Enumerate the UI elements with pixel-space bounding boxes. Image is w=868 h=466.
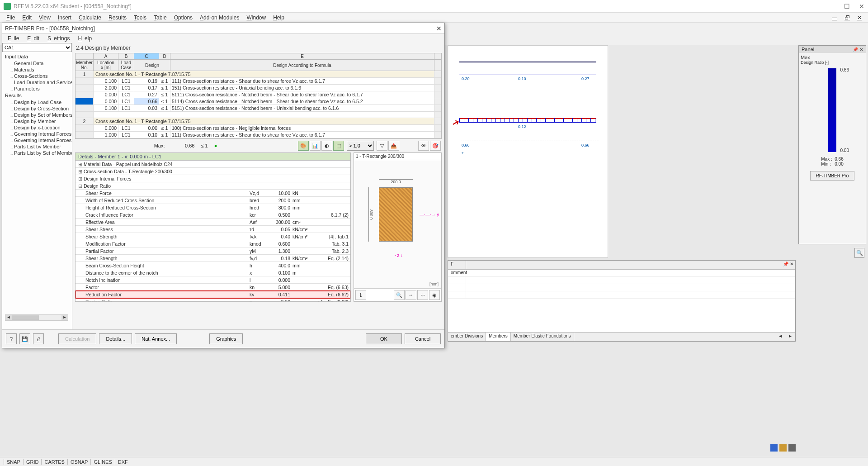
nav-item[interactable]: Governing Internal Forces by: [2, 137, 72, 143]
detail-group[interactable]: Design Internal Forces: [75, 175, 350, 182]
table-row[interactable]: 2Cross-section No. 1 - T-Rectangle 7.87/…: [75, 118, 441, 125]
menu-view[interactable]: View: [35, 14, 54, 21]
graphics-button[interactable]: Graphics: [209, 333, 243, 344]
detail-row[interactable]: Crack Influence Factorkcr0.5006.1.7 (2): [75, 211, 350, 219]
panel-module-button[interactable]: RF-TIMBER Pro: [810, 171, 855, 181]
dmenu-settings[interactable]: Settings: [45, 35, 75, 42]
dmenu-edit[interactable]: Edit: [24, 35, 45, 42]
nav-item[interactable]: Materials: [2, 67, 72, 73]
mdi-close-icon[interactable]: ✕: [854, 14, 865, 21]
filter-apply-icon[interactable]: ▽: [377, 141, 387, 151]
details-button[interactable]: Details...: [99, 333, 132, 344]
nav-item[interactable]: Governing Internal Forces by: [2, 131, 72, 137]
filter-btn-2-icon[interactable]: 📊: [310, 141, 321, 151]
cs-axes-icon[interactable]: ⊹: [417, 290, 428, 300]
maximize-icon[interactable]: ☐: [844, 3, 850, 10]
detail-row[interactable]: Reduction Factorkv0.411Eq. (6.62): [75, 291, 350, 298]
nav-item[interactable]: Parts List by Member: [2, 143, 72, 150]
status-osnap[interactable]: OSNAP: [67, 459, 91, 465]
table-row[interactable]: 2.000LC10.17≤ 1151) Cross-section resist…: [75, 85, 441, 91]
filter-export-icon[interactable]: 📤: [388, 141, 399, 151]
mini-icon-1[interactable]: [770, 444, 778, 452]
status-cartes[interactable]: CARTES: [41, 459, 67, 465]
nav-item[interactable]: Design by Cross-Section: [2, 105, 72, 112]
menu-table[interactable]: Table: [150, 14, 170, 21]
cs-dim-icon[interactable]: ↔: [406, 290, 416, 300]
menu-addons[interactable]: Add-on Modules: [196, 14, 243, 21]
nat-annex-button[interactable]: Nat. Annex...: [135, 333, 177, 344]
cs-stress-icon[interactable]: ◉: [429, 290, 440, 300]
detail-row[interactable]: Factorkn5.000Eq. (6.63): [75, 284, 350, 291]
close-icon[interactable]: ✕: [859, 3, 864, 10]
detail-group[interactable]: Material Data - Pappel und Nadelholz C24: [75, 161, 350, 168]
nav-item[interactable]: General Data: [2, 60, 72, 67]
bottom-table[interactable]: 📌 ✕ F omment ember Divisions Members Mem…: [448, 260, 796, 342]
details-table[interactable]: Details - Member 1 - x: 0.000 m - LC1 Ma…: [75, 152, 351, 302]
cs-zoom-icon[interactable]: 🔍: [394, 290, 405, 300]
mdi-restore-icon[interactable]: 🗗: [841, 14, 854, 21]
status-glines[interactable]: GLINES: [90, 459, 114, 465]
bottom-pin-icon[interactable]: 📌 ✕: [783, 262, 793, 266]
detail-group[interactable]: Cross-section Data - T-Rectangle 200/300: [75, 168, 350, 175]
menu-results[interactable]: Results: [105, 14, 130, 21]
dialog-close-icon[interactable]: ✕: [436, 25, 442, 32]
table-row[interactable]: 1.000LC10.10≤ 1111) Cross-section resist…: [75, 132, 441, 138]
detail-row[interactable]: Beam Cross-Section Heighth400.0mm: [75, 262, 350, 269]
mdi-minimize-icon[interactable]: —: [828, 14, 841, 21]
dmenu-help[interactable]: Help: [75, 35, 97, 42]
print-icon[interactable]: 🖨: [33, 333, 44, 344]
detail-row[interactable]: Shear Strengthfv,k0.40kN/cm²[4], Tab.1: [75, 233, 350, 240]
menu-tools[interactable]: Tools: [130, 14, 150, 21]
detail-row[interactable]: Shear ForceVz,d10.00kN: [75, 190, 350, 197]
cs-info-icon[interactable]: ℹ: [355, 290, 366, 300]
pin-icon[interactable]: 📌 ✕: [853, 47, 863, 52]
detail-row[interactable]: Partial FactorγM1.300Tab. 2.3: [75, 247, 350, 255]
filter-select[interactable]: > 1,0: [347, 141, 374, 151]
status-snap[interactable]: SNAP: [4, 459, 23, 465]
filter-btn-1-icon[interactable]: 🎨: [298, 141, 309, 151]
table-row[interactable]: 0.100LC10.03≤ 15151) Cross-section resis…: [75, 105, 441, 112]
nav-item[interactable]: Design by Load Case: [2, 99, 72, 105]
detail-row[interactable]: Shear Stressτd0.05kN/cm²: [75, 226, 350, 233]
nav-item[interactable]: Load Duration and Service Cl: [2, 79, 72, 86]
nav-item[interactable]: Design by Set of Members: [2, 112, 72, 118]
help-icon[interactable]: ?: [6, 333, 17, 344]
mini-icon-2[interactable]: [779, 444, 787, 452]
tab-members[interactable]: Members: [486, 333, 511, 341]
detail-row[interactable]: Modification Factorkmod0.600Tab. 3.1: [75, 240, 350, 247]
case-selector[interactable]: CA1: [2, 43, 72, 52]
minimize-icon[interactable]: —: [829, 3, 835, 10]
tab-scroll-left-icon[interactable]: ◄: [775, 333, 785, 341]
detail-row[interactable]: Notch Inclinationi0.000: [75, 276, 350, 284]
detail-row[interactable]: Width of Reduced Cross-Sectionbred200.0m…: [75, 197, 350, 204]
menu-insert[interactable]: Insert: [54, 14, 75, 21]
detail-row[interactable]: Design Ratioη0.66≤ 1Eq. (6.60): [75, 298, 350, 302]
nav-item[interactable]: Cross-Sections: [2, 73, 72, 79]
status-grid[interactable]: GRID: [23, 459, 42, 465]
view-member-icon[interactable]: 👁: [418, 141, 429, 151]
table-row[interactable]: 0.100LC10.19≤ 1111) Cross-section resist…: [75, 78, 441, 85]
view-all-icon[interactable]: 🎯: [430, 141, 441, 151]
results-grid[interactable]: A B C D E Member No. Location x [m] Load…: [75, 53, 442, 139]
menu-options[interactable]: Options: [170, 14, 196, 21]
menu-edit[interactable]: Edit: [19, 14, 35, 21]
nav-item[interactable]: Design by Member: [2, 118, 72, 124]
cancel-button[interactable]: Cancel: [405, 333, 441, 344]
nav-scrollbar[interactable]: ◄►: [5, 314, 68, 321]
dmenu-file[interactable]: File: [5, 35, 24, 42]
tab-scroll-right-icon[interactable]: ►: [785, 333, 795, 341]
table-row[interactable]: 0.000LC10.00≤ 1100) Cross-section resist…: [75, 125, 441, 132]
menu-help[interactable]: Help: [269, 14, 288, 21]
export-icon[interactable]: 💾: [19, 333, 30, 344]
menu-window[interactable]: Window: [243, 14, 269, 21]
table-row[interactable]: 0.000LC10.27≤ 15111) Cross-section resis…: [75, 91, 441, 98]
filter-btn-3-icon[interactable]: ◐: [321, 141, 332, 151]
detail-group[interactable]: Design Ratio: [75, 182, 350, 190]
results-viewport[interactable]: 0.20 0.10 0.27 ➔ 0.12 0.66 0.66 z: [448, 45, 608, 258]
status-dxf[interactable]: DXF: [115, 459, 131, 465]
table-row[interactable]: 0.000LC10.66≤ 15114) Cross-section resis…: [75, 98, 441, 105]
menu-file[interactable]: File: [3, 14, 19, 21]
tab-elastic-foundations[interactable]: Member Elastic Foundations: [511, 333, 574, 341]
magnify-icon[interactable]: 🔍: [854, 248, 864, 258]
detail-row[interactable]: Height of Reduced Cross-Sectionhred300.0…: [75, 204, 350, 211]
